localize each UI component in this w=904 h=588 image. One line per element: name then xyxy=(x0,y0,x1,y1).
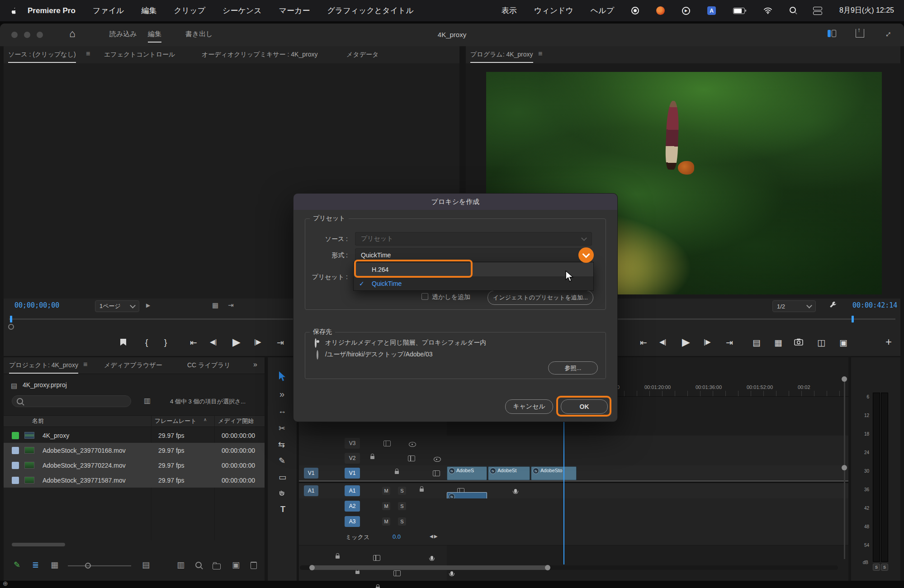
pen-tool-icon[interactable]: ✎ xyxy=(279,456,285,466)
project-row-sequence[interactable]: 4K_proxy 29.97 fps 00:00:00:00 xyxy=(4,428,265,443)
item-name[interactable]: AdobeStock_239771587.mov xyxy=(43,477,126,484)
program-timecode[interactable]: 00:00:42:14 xyxy=(852,301,897,309)
tab-audio-clip-mixer[interactable]: オーディオクリップミキサー : 4K_proxy xyxy=(202,51,317,59)
source-settings-grid-icon[interactable]: ▦ xyxy=(212,301,218,309)
label-chip[interactable] xyxy=(12,432,19,439)
source-timecode[interactable]: 00;00;00;00 xyxy=(14,301,59,309)
mute-button[interactable]: M xyxy=(382,502,390,510)
share-icon[interactable]: ↑ xyxy=(856,29,864,38)
list-view-icon[interactable]: ≣ xyxy=(32,560,39,570)
selection-tool-icon[interactable] xyxy=(279,371,286,384)
column-media-start[interactable]: メディア開始 xyxy=(218,417,254,425)
menubar-item-window[interactable]: ウィンドウ xyxy=(534,5,573,16)
mute-button[interactable]: M xyxy=(382,517,390,526)
program-settings-wrench-icon[interactable] xyxy=(829,301,837,311)
type-tool-icon[interactable]: T xyxy=(280,505,285,514)
traffic-close-button[interactable] xyxy=(11,32,18,38)
format-chevron-annotation[interactable] xyxy=(578,247,594,263)
tab-project[interactable]: プロジェクト: 4K_proxy xyxy=(9,361,78,374)
screen-recorder-icon[interactable] xyxy=(656,6,665,15)
source-insert-icon[interactable]: ⇥ xyxy=(228,301,234,309)
project-row-clip[interactable]: AdobeStock_239770168.mov 29.97 fps 00:00… xyxy=(4,443,265,458)
project-row-clip[interactable]: AdobeStock_239770224.mov 29.97 fps 00:00… xyxy=(4,458,265,473)
project-row-clip[interactable]: AdobeStock_239771587.mov 29.97 fps 00:00… xyxy=(4,473,265,488)
panel-overflow-icon[interactable]: » xyxy=(253,360,257,369)
home-icon[interactable]: ⌂ xyxy=(69,28,76,40)
menubar-clock[interactable]: 8月9日(火) 12:25 xyxy=(839,6,894,15)
track-name-a1[interactable]: A1 xyxy=(345,485,360,496)
menubar-app-name[interactable]: Premiere Pro xyxy=(28,6,76,15)
apple-menu-icon[interactable] xyxy=(10,7,17,14)
source-panel-menu-icon[interactable]: ≡ xyxy=(86,50,90,58)
source-zoom-handle[interactable] xyxy=(8,324,14,330)
track-display-icon[interactable] xyxy=(433,470,440,476)
cancel-button[interactable]: キャンセル xyxy=(505,399,553,414)
track-name-v2[interactable]: V2 xyxy=(345,453,360,464)
program-step-forward-icon[interactable]: |▶ xyxy=(704,338,710,346)
solo-button[interactable]: S xyxy=(398,502,406,510)
new-item-icon[interactable]: ▣ xyxy=(232,560,240,570)
menubar-item-sequence[interactable]: シーケンス xyxy=(222,5,262,16)
track-display-icon[interactable] xyxy=(383,441,391,446)
icon-view-icon[interactable]: ▦ xyxy=(51,560,58,570)
goto-in-icon[interactable]: ⇤ xyxy=(190,337,197,348)
program-play-icon[interactable]: ▶ xyxy=(682,336,690,348)
traffic-minimize-button[interactable] xyxy=(24,32,30,38)
ime-input-badge[interactable]: A xyxy=(707,6,716,15)
meter-solo-right[interactable]: S xyxy=(881,564,888,571)
tab-metadata[interactable]: メタデータ xyxy=(346,51,379,59)
solo-button[interactable]: S xyxy=(398,487,406,495)
find-icon[interactable] xyxy=(195,562,202,570)
track-name-v1[interactable]: V1 xyxy=(345,468,360,479)
voiceover-mic-icon[interactable] xyxy=(514,489,517,493)
record-indicator-icon[interactable] xyxy=(631,7,639,14)
workspace-icon[interactable] xyxy=(828,30,837,37)
tab-program[interactable]: プログラム: 4K_proxy xyxy=(470,51,533,63)
meter-solo-left[interactable]: S xyxy=(873,564,880,571)
track-name-a2[interactable]: A2 xyxy=(345,501,360,512)
track-display-icon[interactable] xyxy=(408,455,415,461)
rectangle-tool-icon[interactable]: ▭ xyxy=(279,472,286,482)
multicam-icon[interactable]: ▣ xyxy=(839,337,847,348)
browse-button[interactable]: 参照... xyxy=(548,361,598,375)
tab-media-browser[interactable]: メディアブラウザー xyxy=(104,361,162,370)
program-resolution-select[interactable]: 1/2 xyxy=(772,300,816,312)
razor-tool-icon[interactable]: ✂ xyxy=(279,423,285,433)
menubar-item-marker[interactable]: マーカー xyxy=(279,5,310,16)
project-search-input[interactable] xyxy=(12,395,131,407)
track-display-icon[interactable] xyxy=(373,555,380,561)
scroll-zoom-handle-right[interactable] xyxy=(545,565,550,570)
voiceover-mic-icon[interactable] xyxy=(431,556,433,560)
mark-in-icon[interactable]: { xyxy=(145,337,148,347)
label-chip[interactable] xyxy=(12,477,19,484)
program-panel-menu-icon[interactable]: ≡ xyxy=(538,50,542,58)
new-bin-icon[interactable] xyxy=(213,564,221,569)
program-step-back-icon[interactable]: ◀| xyxy=(659,338,666,346)
automate-to-sequence-icon[interactable]: ▥ xyxy=(177,560,185,570)
menubar-item-edit[interactable]: 編集 xyxy=(141,5,156,16)
column-name[interactable]: 名前 xyxy=(32,417,44,425)
tab-export[interactable]: 書き出し xyxy=(185,30,213,38)
add-ingest-preset-button[interactable]: インジェストのプリセットを追加... xyxy=(487,290,593,305)
lift-icon[interactable]: ▤ xyxy=(753,337,761,348)
item-name[interactable]: 4K_proxy xyxy=(43,432,69,439)
writable-pencil-icon[interactable]: ✎ xyxy=(14,560,20,570)
button-editor-plus-icon[interactable]: + xyxy=(885,336,892,348)
source-page-select[interactable]: 1ページ xyxy=(95,300,139,312)
track-name-v3[interactable]: V3 xyxy=(345,438,360,449)
program-goto-in-icon[interactable]: ⇤ xyxy=(640,337,647,348)
item-name[interactable]: AdobeStock_239770224.mov xyxy=(43,462,126,469)
source-patch-v1[interactable]: V1 xyxy=(304,468,318,479)
tab-effect-controls[interactable]: エフェクトコントロール xyxy=(104,51,175,59)
dest-radio-custom-path[interactable] xyxy=(317,350,318,360)
wifi-icon[interactable] xyxy=(763,7,772,14)
column-framerate[interactable]: フレームレート xyxy=(155,417,197,425)
project-file-name[interactable]: 4K_proxy.prproj xyxy=(23,381,67,389)
menubar-item-clip[interactable]: クリップ xyxy=(174,5,205,16)
hand-tool-icon[interactable] xyxy=(278,489,286,499)
menubar-item-view[interactable]: 表示 xyxy=(502,5,517,16)
timeline-clip-v1[interactable]: fx AdobeS xyxy=(447,466,487,480)
export-frame-camera-icon[interactable] xyxy=(794,338,803,347)
lock-icon[interactable] xyxy=(355,571,360,574)
timeline-clip-v1[interactable]: fx AdobeSt xyxy=(488,466,530,480)
